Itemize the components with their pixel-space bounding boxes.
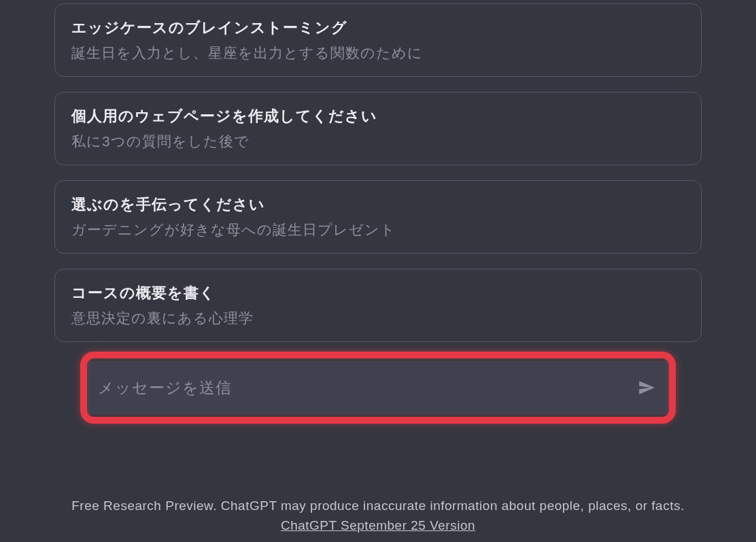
version-link[interactable]: ChatGPT September 25 Version [281, 518, 475, 532]
footer-disclaimer: Free Research Preview. ChatGPT may produ… [0, 486, 756, 542]
suggestion-card[interactable]: コースの概要を書く 意思決定の裏にある心理学 [54, 269, 702, 342]
suggestion-title: 選ぶのを手伝ってください [71, 194, 685, 215]
send-icon [638, 379, 655, 396]
message-input[interactable] [98, 379, 635, 397]
suggestion-list: エッジケースのブレインストーミング 誕生日を入力とし、星座を出力とする関数のため… [54, 3, 702, 342]
suggestion-card[interactable]: 個人用のウェブページを作成してください 私に3つの質問をした後で [54, 92, 702, 165]
suggestion-card[interactable]: エッジケースのブレインストーミング 誕生日を入力とし、星座を出力とする関数のため… [54, 3, 702, 77]
suggestion-title: コースの概要を書く [71, 283, 685, 303]
suggestion-title: エッジケースのブレインストーミング [71, 18, 685, 38]
input-area [54, 361, 702, 414]
footer-text: Free Research Preview. ChatGPT may produ… [71, 498, 684, 513]
suggestion-subtitle: 意思決定の裏にある心理学 [71, 309, 685, 328]
main-content: エッジケースのブレインストーミング 誕生日を入力とし、星座を出力とする関数のため… [0, 0, 756, 486]
suggestion-subtitle: ガーデニングが好きな母への誕生日プレゼント [71, 220, 685, 239]
suggestion-subtitle: 誕生日を入力とし、星座を出力とする関数のために [71, 44, 685, 63]
message-input-container [80, 361, 676, 414]
send-button[interactable] [635, 376, 658, 399]
suggestion-subtitle: 私に3つの質問をした後で [71, 132, 685, 151]
suggestion-card[interactable]: 選ぶのを手伝ってください ガーデニングが好きな母への誕生日プレゼント [54, 180, 702, 254]
suggestion-title: 個人用のウェブページを作成してください [71, 106, 685, 126]
